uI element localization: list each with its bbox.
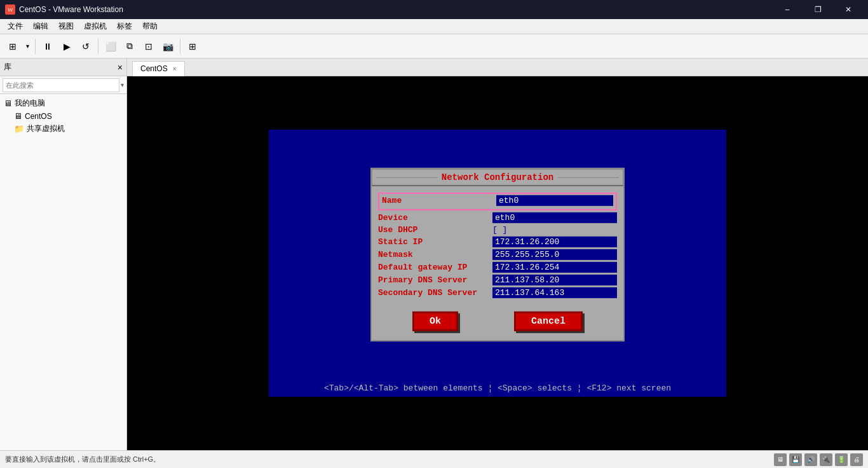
name-value[interactable]: eth0: [496, 195, 613, 206]
network-form: Name eth0 Device eth0 Use DHCP [ ]: [372, 186, 623, 305]
tb-suspend-button[interactable]: ⏸: [39, 38, 57, 55]
title-bar: W CentOS - VMware Workstation – ❐ ✕: [0, 0, 868, 19]
primary-dns-row: Primary DNS Server 211.137.58.20: [378, 275, 617, 286]
status-hint-text: 要直接输入到该虚拟机，请点击里面或按 Ctrl+G。: [5, 455, 160, 464]
dhcp-value[interactable]: [ ]: [492, 225, 617, 235]
content-area: CentOS × Network Configuration: [127, 59, 868, 450]
centos-icon: 🖥: [14, 111, 22, 121]
sidebar-sharedvms-label: 共享虚拟机: [27, 123, 65, 134]
status-icon-3: 🔊: [804, 453, 817, 466]
sidebar-item-centos[interactable]: 🖥 CentOS: [10, 110, 126, 122]
status-bar: 要直接输入到该虚拟机，请点击里面或按 Ctrl+G。 🖥 💾 🔊 🔌 🔋 🖨: [0, 450, 868, 468]
network-config-dialog: Network Configuration Name eth0 Devic: [370, 168, 625, 341]
sidebar-item-sharedvms[interactable]: 📁 共享虚拟机: [10, 122, 126, 135]
menu-edit[interactable]: 编辑: [28, 20, 53, 33]
sidebar-header: 库 ×: [0, 59, 126, 76]
tb-snap-button[interactable]: ⊡: [140, 38, 158, 55]
vm-screen[interactable]: Network Configuration Name eth0 Devic: [127, 76, 868, 450]
ok-button[interactable]: Ok: [412, 312, 458, 331]
app-icon: W: [5, 4, 15, 15]
title-left: W CentOS - VMware Workstation: [5, 4, 123, 15]
device-label: Device: [378, 213, 492, 223]
netmask-value[interactable]: 255.255.255.0: [492, 249, 617, 260]
tb-separator-2: [98, 39, 98, 54]
main-area: 库 × ▾ 🖥 我的电脑 🖥 CentOS 📁 共享虚拟机: [0, 59, 868, 450]
shared-icon: 📁: [14, 124, 24, 134]
minimize-button[interactable]: –: [773, 0, 802, 19]
netmask-row: Netmask 255.255.255.0: [378, 249, 617, 260]
static-ip-value[interactable]: 172.31.26.200: [492, 237, 617, 247]
tb-restart-button[interactable]: ↺: [77, 38, 95, 55]
tb-separator-1: [35, 39, 36, 54]
sidebar-title: 库: [4, 62, 11, 72]
toolbar: ⊞ ▾ ⏸ ▶ ↺ ⬜ ⧉ ⊡ 📷 ⊞: [0, 34, 868, 59]
static-ip-label: Static IP: [378, 237, 492, 247]
menu-bar: 文件 编辑 视图 虚拟机 标签 帮助: [0, 19, 868, 34]
name-row: Name eth0: [382, 195, 613, 206]
name-label: Name: [382, 196, 496, 205]
sidebar-centos-label: CentOS: [25, 112, 52, 121]
tab-centos-label: CentOS: [140, 64, 168, 73]
sidebar-search-dropdown[interactable]: ▾: [121, 81, 124, 88]
tab-bar: CentOS ×: [127, 59, 868, 76]
device-row: Device eth0: [378, 212, 617, 223]
status-icon-6: 🖨: [850, 453, 863, 466]
tb-separator-3: [180, 39, 180, 54]
netmask-label: Netmask: [378, 250, 492, 259]
sidebar-tree-group: 🖥 CentOS 📁 共享虚拟机: [0, 110, 126, 135]
secondary-dns-label: Secondary DNS Server: [378, 288, 492, 298]
gateway-label: Default gateway IP: [378, 263, 492, 272]
status-icons: 🖥 💾 🔊 🔌 🔋 🖨: [774, 453, 863, 466]
dialog-buttons: Ok Cancel: [372, 305, 623, 340]
sidebar-item-mycomputer[interactable]: 🖥 我的电脑: [0, 97, 126, 110]
menu-tabs[interactable]: 标签: [112, 20, 137, 33]
name-row-wrapper: Name eth0: [378, 193, 617, 210]
title-line-right: [557, 177, 619, 177]
menu-vm[interactable]: 虚拟机: [79, 20, 112, 33]
menu-help[interactable]: 帮助: [137, 20, 163, 33]
primary-dns-label: Primary DNS Server: [378, 275, 492, 285]
dialog-title-bar: Network Configuration: [372, 169, 623, 186]
dhcp-label: Use DHCP: [378, 225, 492, 235]
title-line-left: [376, 177, 438, 177]
sidebar-close-button[interactable]: ×: [118, 62, 123, 72]
menu-file[interactable]: 文件: [3, 20, 28, 33]
vm-inner: Network Configuration Name eth0 Devic: [269, 130, 726, 397]
window-title: CentOS - VMware Workstation: [19, 5, 123, 14]
tb-unity-button[interactable]: ⧉: [121, 38, 139, 55]
sidebar-tree: 🖥 我的电脑 🖥 CentOS 📁 共享虚拟机: [0, 94, 126, 450]
status-icon-5: 🔋: [835, 453, 848, 466]
sidebar-mycomputer-label: 我的电脑: [15, 98, 45, 109]
device-value[interactable]: eth0: [492, 212, 617, 223]
menu-view[interactable]: 视图: [53, 20, 79, 33]
sidebar: 库 × ▾ 🖥 我的电脑 🖥 CentOS 📁 共享虚拟机: [0, 59, 127, 450]
sidebar-search-container: ▾: [0, 76, 126, 94]
sidebar-search-input[interactable]: [3, 78, 119, 92]
vm-hint-bar: <Tab>/<Alt-Tab> between elements ¦ <Spac…: [269, 380, 726, 397]
tb-screenshot-button[interactable]: 📷: [159, 38, 177, 55]
tab-centos[interactable]: CentOS ×: [132, 61, 185, 76]
gateway-row: Default gateway IP 172.31.26.254: [378, 262, 617, 273]
computer-icon: 🖥: [4, 99, 12, 108]
restore-button[interactable]: ❐: [803, 0, 832, 19]
gateway-value[interactable]: 172.31.26.254: [492, 262, 617, 273]
tb-start-button[interactable]: ▶: [58, 38, 76, 55]
tb-home-button[interactable]: ⊞: [4, 38, 22, 55]
dhcp-row: Use DHCP [ ]: [378, 225, 617, 235]
status-icon-4: 🔌: [820, 453, 832, 466]
status-icon-1: 🖥: [774, 453, 787, 466]
tb-fullscreen-button[interactable]: ⬜: [102, 38, 119, 55]
status-icon-2: 💾: [789, 453, 802, 466]
tab-centos-close[interactable]: ×: [173, 65, 177, 72]
static-ip-row: Static IP 172.31.26.200: [378, 237, 617, 247]
primary-dns-value[interactable]: 211.137.58.20: [492, 275, 617, 286]
secondary-dns-value[interactable]: 211.137.64.163: [492, 287, 617, 298]
tb-home-dropdown[interactable]: ▾: [23, 38, 32, 55]
cancel-button[interactable]: Cancel: [514, 312, 583, 331]
close-button[interactable]: ✕: [834, 0, 863, 19]
tb-fit-button[interactable]: ⊞: [184, 38, 201, 55]
dialog-title: Network Configuration: [442, 172, 553, 182]
secondary-dns-row: Secondary DNS Server 211.137.64.163: [378, 287, 617, 298]
window-controls: – ❐ ✕: [773, 0, 863, 19]
